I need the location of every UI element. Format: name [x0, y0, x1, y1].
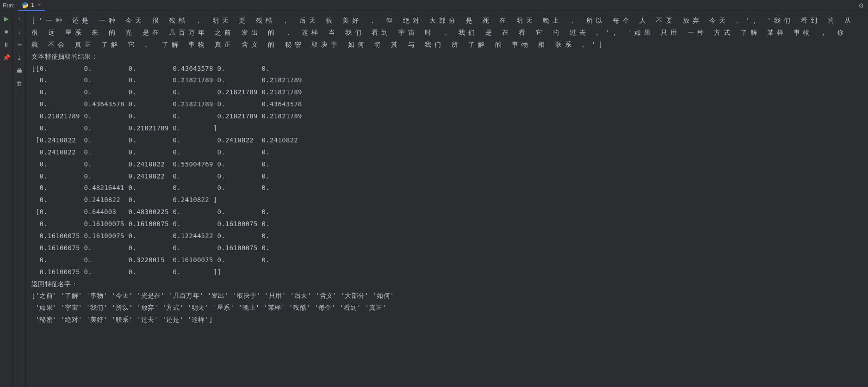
rerun-button[interactable]: ▶: [2, 14, 11, 23]
run-label: Run:: [3, 2, 14, 9]
soft-wrap-icon[interactable]: ⇥: [15, 40, 24, 49]
python-file-icon: [22, 2, 28, 8]
second-toolbar: ↑ ↓ ⇥ ⤓ 🖶 🗑: [13, 11, 26, 387]
scroll-to-end-icon[interactable]: ⤓: [15, 53, 24, 62]
run-tab[interactable]: 1 ✕: [18, 0, 45, 11]
run-tool-window-header: Run: 1 ✕ ⚙: [0, 0, 868, 11]
up-arrow-icon[interactable]: ↑: [15, 14, 24, 23]
trash-icon[interactable]: 🗑: [15, 79, 24, 88]
console-output[interactable]: ['一种 还是 一种 今天 很 残酷 ， 明天 更 残酷 ， 后天 很 美好 ，…: [26, 11, 868, 387]
down-arrow-icon[interactable]: ↓: [15, 27, 24, 36]
main-area: ▶ ■ ⏸ 📌 ↑ ↓ ⇥ ⤓ 🖶 🗑 ['一种 还是 一种 今天 很 残酷 ，…: [0, 11, 868, 387]
gear-icon[interactable]: ⚙: [858, 2, 864, 9]
left-toolbar: ▶ ■ ⏸ 📌: [0, 11, 13, 387]
stop-button[interactable]: ■: [2, 27, 11, 36]
print-icon[interactable]: 🖶: [15, 66, 24, 75]
close-icon[interactable]: ✕: [37, 2, 41, 8]
pin-button[interactable]: 📌: [2, 53, 11, 62]
tab-label: 1: [31, 2, 34, 8]
pause-button[interactable]: ⏸: [2, 40, 11, 49]
